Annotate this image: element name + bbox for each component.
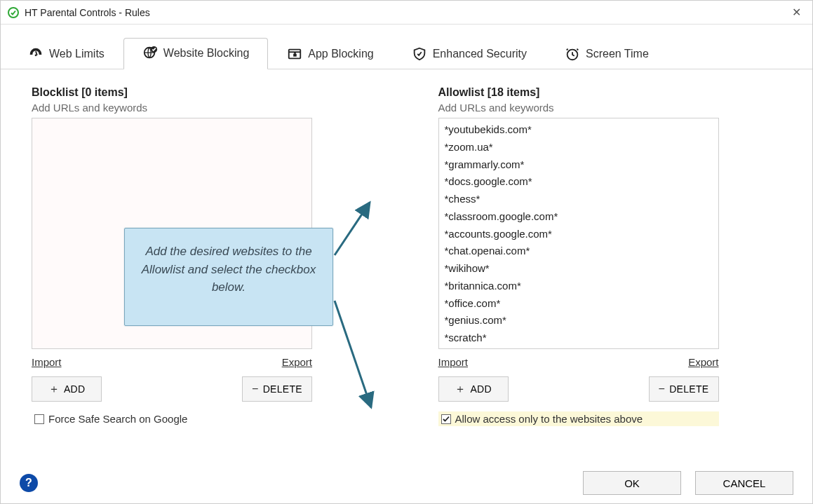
allowlist-panel: Allowlist [18 items] Add URLs and keywor… [438, 86, 782, 426]
tab-label: Screen Time [586, 48, 649, 60]
delete-label: DELETE [263, 383, 302, 395]
allowlist-title: Allowlist [18 items] [438, 86, 782, 99]
force-safe-search-label: Force Safe Search on Google [48, 413, 187, 425]
window-lock-icon [287, 46, 302, 62]
tab-enhanced-security[interactable]: Enhanced Security [393, 38, 546, 69]
svg-point-1 [35, 54, 37, 56]
list-item[interactable]: *wikihow* [445, 260, 713, 278]
shield-check-icon [412, 46, 427, 62]
allowlist-links: Import Export [438, 356, 719, 368]
list-item[interactable]: *accounts.google.com* [445, 226, 713, 243]
footer: ? OK CANCEL [0, 462, 813, 504]
tab-web-limits[interactable]: Web Limits [9, 38, 123, 69]
plus-icon: ＋ [455, 382, 466, 397]
window-title: HT Parental Controls - Rules [25, 7, 788, 18]
add-label: ADD [64, 383, 85, 395]
allow-only-row: Allow access only to the websites above [438, 411, 719, 426]
list-item[interactable]: *youtubekids.com* [445, 121, 713, 139]
allow-only-checkbox[interactable] [441, 414, 451, 424]
tab-label: Website Blocking [163, 47, 249, 60]
import-link[interactable]: Import [32, 356, 62, 368]
list-item[interactable]: *scratch* [445, 329, 713, 347]
app-icon [8, 7, 19, 18]
tab-label: Enhanced Security [433, 48, 527, 60]
add-label: ADD [470, 383, 491, 395]
list-item[interactable]: *chess* [445, 191, 713, 208]
list-item[interactable]: *classroom.google.com* [445, 208, 713, 226]
tab-website-blocking[interactable]: Website Blocking [123, 38, 268, 69]
allow-only-label: Allow access only to the websites above [455, 413, 643, 425]
allowlist-buttons: ＋ADD −DELETE [438, 376, 719, 402]
list-item[interactable]: *grammarly.com* [445, 156, 713, 174]
list-item[interactable]: *docs.google.com* [445, 173, 713, 191]
content: Blocklist [0 items] Add URLs and keyword… [1, 69, 812, 426]
tab-bar: Web Limits Website Blocking App Blocking… [1, 29, 812, 69]
export-link[interactable]: Export [282, 356, 312, 368]
gauge-icon [28, 46, 43, 62]
plus-icon: ＋ [48, 382, 60, 397]
list-item[interactable]: *office.com* [445, 295, 713, 313]
import-link[interactable]: Import [438, 356, 469, 368]
list-item[interactable]: *britannica.com* [445, 278, 713, 295]
delete-button[interactable]: −DELETE [242, 376, 312, 402]
help-icon[interactable]: ? [20, 474, 38, 492]
close-icon[interactable]: ✕ [788, 3, 805, 22]
blocklist-title: Blocklist [0 items] [32, 86, 375, 99]
tab-screen-time[interactable]: Screen Time [546, 38, 668, 69]
add-button[interactable]: ＋ADD [438, 376, 509, 402]
tab-label: App Blocking [308, 48, 373, 60]
force-safe-search-checkbox[interactable] [34, 414, 44, 424]
blocklist-links: Import Export [32, 356, 312, 368]
titlebar: HT Parental Controls - Rules ✕ [1, 1, 812, 25]
list-item[interactable]: *chat.openai.com* [445, 243, 713, 260]
tab-label: Web Limits [49, 48, 105, 60]
delete-label: DELETE [669, 383, 708, 395]
export-link[interactable]: Export [688, 356, 718, 368]
allowlist-subtitle: Add URLs and keywords [438, 102, 782, 114]
globe-check-icon [142, 46, 158, 61]
force-safe-search-row: Force Safe Search on Google [32, 411, 375, 426]
add-button[interactable]: ＋ADD [32, 376, 102, 402]
blocklist-panel: Blocklist [0 items] Add URLs and keyword… [32, 86, 375, 426]
ok-button[interactable]: OK [583, 471, 681, 495]
delete-button[interactable]: −DELETE [649, 376, 719, 402]
blocklist-buttons: ＋ADD −DELETE [32, 376, 312, 402]
list-item[interactable]: *zoom.ua* [445, 139, 713, 156]
minus-icon: − [659, 383, 666, 395]
allowlist-box[interactable]: *youtubekids.com**zoom.ua**grammarly.com… [438, 118, 719, 349]
cancel-button[interactable]: CANCEL [695, 471, 793, 495]
alarm-clock-icon [565, 46, 580, 62]
minus-icon: − [252, 383, 259, 395]
blocklist-subtitle: Add URLs and keywords [32, 102, 375, 114]
svg-rect-5 [293, 54, 297, 57]
tab-app-blocking[interactable]: App Blocking [268, 38, 392, 69]
blocklist-box[interactable] [32, 118, 312, 349]
list-item[interactable]: *genius.com* [445, 312, 713, 329]
